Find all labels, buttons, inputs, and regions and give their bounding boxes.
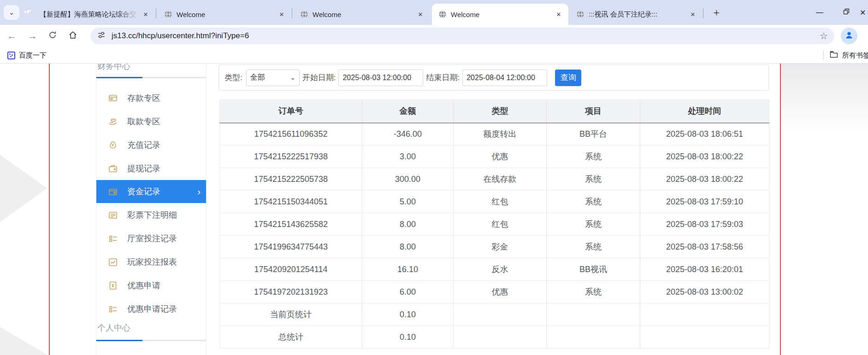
- sidebar-item-label: 优惠申请记录: [127, 303, 177, 314]
- all-bookmarks-button[interactable]: 所有书签: [829, 50, 868, 61]
- sidebar-item-label: 存款专区: [127, 93, 160, 104]
- sidebar-item-withdrawal-records[interactable]: 提现记录: [96, 157, 206, 180]
- type-label: 类型:: [224, 72, 242, 83]
- cell-order-no: 1754215222517938: [220, 145, 362, 168]
- type-select-value: 全部: [250, 73, 265, 82]
- cell-order-no: 1754215611096352: [220, 123, 362, 145]
- table-row: 1754215222505738 300.00 在线存款 系统 2025-08-…: [220, 168, 769, 191]
- table-row: 1754215143625582 8.00 红包 系统 2025-08-03 1…: [220, 213, 769, 236]
- tab-divider: [703, 8, 703, 18]
- table-header-row: 订单号 金额 类型 项目 处理时间: [220, 100, 769, 123]
- sidebar-item-withdraw[interactable]: 取款专区: [96, 110, 206, 133]
- cell-time: 2025-08-03 18:06:51: [640, 123, 769, 145]
- minimize-button[interactable]: —: [806, 0, 833, 25]
- forward-button[interactable]: →: [25, 29, 40, 43]
- promo-envelope-icon: [108, 280, 118, 291]
- sidebar-item-deposit[interactable]: 存款专区: [96, 87, 206, 110]
- start-date-input[interactable]: [338, 70, 423, 86]
- tab-close-icon[interactable]: ✕: [277, 9, 287, 19]
- cell-type: 彩金: [454, 236, 547, 258]
- forum-icon: [27, 10, 35, 18]
- type-select[interactable]: 全部 ⌄: [246, 70, 300, 86]
- chevron-down-icon: ⌄: [290, 74, 295, 81]
- cell-project: BB平台: [547, 123, 640, 145]
- tab-close-icon[interactable]: ✕: [141, 9, 151, 19]
- all-bookmarks-label: 所有书签: [842, 51, 868, 60]
- person-icon: [844, 30, 854, 42]
- new-tab-button[interactable]: ＋: [709, 6, 724, 19]
- sidebar-item-player-report[interactable]: 玩家投注报表: [96, 250, 206, 274]
- reload-button[interactable]: [45, 29, 60, 43]
- sidebar-section-finance: 财务中心: [96, 64, 206, 72]
- sidebar-item-recharge-records[interactable]: ¥ 充值记录: [96, 134, 206, 157]
- site-settings-icon[interactable]: [97, 30, 106, 41]
- cell-project: 系统: [547, 191, 640, 213]
- cell-amount: 8.00: [362, 236, 454, 258]
- address-bar[interactable]: js13.cc/hhcp/usercenter.html?iniType=6 ☆: [90, 28, 834, 44]
- cell-amount: 3.00: [362, 145, 454, 168]
- cell-project: 系统: [547, 168, 640, 191]
- bookmarks-right: 所有书签: [823, 49, 868, 62]
- tab-forum[interactable]: 【新提醒】海燕策略论坛综合交 ✕: [21, 4, 155, 25]
- restore-button[interactable]: [833, 0, 860, 25]
- tab-video-records[interactable]: :::视讯 会员下注纪录::: ✕: [570, 4, 703, 25]
- report-chart-icon: [108, 257, 118, 267]
- end-date-label: 结束日期:: [426, 72, 460, 83]
- home-icon: [68, 30, 77, 42]
- summary-label: 当前页统计: [220, 303, 362, 326]
- sidebar-section-personal: 个人中心: [96, 322, 206, 333]
- profile-avatar[interactable]: [841, 28, 857, 44]
- cell-order-no: 1754215143625582: [220, 213, 362, 236]
- cell-time: 2025-08-03 17:59:03: [640, 213, 769, 236]
- summary-amount: 0.10: [362, 326, 454, 349]
- bookmark-baidu[interactable]: 百度一下: [4, 49, 50, 62]
- folder-icon: [829, 50, 838, 61]
- close-window-button[interactable]: ✕: [860, 0, 868, 25]
- cell-type: 优惠: [454, 281, 547, 303]
- tab-close-icon[interactable]: ✕: [415, 9, 425, 19]
- sidebar-item-label: 取款专区: [127, 116, 160, 127]
- tab-welcome-active[interactable]: Welcome ✕: [432, 4, 568, 25]
- close-icon: ✕: [860, 8, 866, 17]
- cell-type: 红包: [454, 213, 547, 236]
- tab-search-button[interactable]: ⌄: [4, 5, 19, 20]
- tab-title: 【新提醒】海燕策略论坛综合交: [40, 10, 138, 19]
- cell-project: 系统: [547, 145, 640, 168]
- tab-welcome-1[interactable]: Welcome ✕: [158, 4, 291, 25]
- query-button[interactable]: 查询: [555, 70, 581, 86]
- back-button[interactable]: ←: [5, 29, 19, 43]
- end-date-input[interactable]: [462, 70, 547, 86]
- background-texture: [781, 64, 868, 133]
- table-row: 1754215611096352 -346.00 额度转出 BB平台 2025-…: [220, 123, 769, 145]
- sidebar-item-label: 厅室投注记录: [127, 233, 177, 244]
- sidebar-item-promo-records[interactable]: 优惠申请记录: [96, 297, 206, 320]
- tab-close-icon[interactable]: ✕: [554, 9, 564, 19]
- tab-close-icon[interactable]: ✕: [688, 9, 698, 19]
- deposit-card-icon: [108, 93, 118, 103]
- column-header: 订单号: [220, 100, 362, 123]
- bookmark-star-icon[interactable]: ☆: [820, 30, 828, 41]
- back-icon: ←: [7, 30, 17, 41]
- tab-welcome-2[interactable]: Welcome ✕: [294, 4, 430, 25]
- url-text[interactable]: js13.cc/hhcp/usercenter.html?iniType=6: [112, 31, 820, 41]
- sidebar-item-label: 提现记录: [127, 163, 160, 174]
- table-row: 1754209201254114 16.10 反水 BB视讯 2025-08-0…: [220, 258, 769, 281]
- sidebar-item-hall-bets[interactable]: 厅室投注记录: [96, 227, 206, 250]
- page-right-border: [780, 64, 781, 355]
- sidebar-item-funds-records[interactable]: 资金记录 ›: [96, 180, 206, 203]
- cell-amount: 16.10: [362, 258, 454, 281]
- home-button[interactable]: [65, 29, 80, 43]
- forward-icon: →: [28, 30, 37, 41]
- bookmark-label: 百度一下: [19, 51, 47, 60]
- globe-icon: [576, 10, 585, 18]
- browser-window: ⌄ 【新提醒】海燕策略论坛综合交 ✕ Welcome ✕ Welcome ✕: [0, 0, 868, 355]
- cell-time: 2025-08-03 18:00:22: [640, 145, 769, 168]
- sidebar-item-label: 充值记录: [127, 140, 160, 151]
- cell-amount: -346.00: [362, 123, 454, 145]
- funds-records-table: 订单号 金额 类型 项目 处理时间 1754215611096352 -346.…: [219, 99, 769, 349]
- sidebar-item-promo-apply[interactable]: 优惠申请: [96, 274, 206, 297]
- summary-row-current-page: 当前页统计 0.10: [220, 303, 769, 326]
- sidebar-item-lottery-bets[interactable]: 彩票下注明细: [96, 204, 206, 227]
- table-row: 1754197202131923 6.00 优惠 系统 2025-08-03 1…: [220, 281, 769, 303]
- section-divider: [96, 340, 206, 341]
